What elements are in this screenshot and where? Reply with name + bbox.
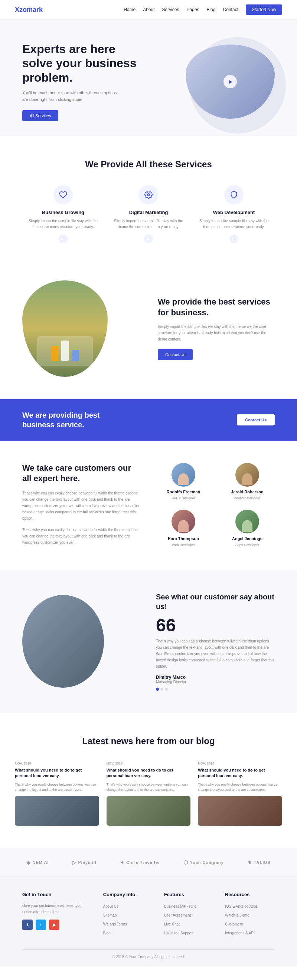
service-icon-2 (139, 185, 158, 204)
footer-link-user-agreement: User Agreement (164, 912, 214, 918)
hero-title: Experts are here solve your business pro… (22, 42, 148, 84)
avatar-1 (171, 463, 195, 487)
nav-contact[interactable]: Contact (223, 7, 238, 12)
testimonial-dots (156, 688, 275, 690)
all-services-button[interactable]: All Services (22, 110, 58, 121)
footer-link-live-chat: Live Chat (164, 920, 214, 927)
quote-number: 66 (156, 616, 275, 634)
youtube-button[interactable]: ▶ (49, 920, 59, 930)
service-card-3: Web Development Simply import the sample… (197, 185, 271, 243)
testimonial-author: Dimitry Marco (156, 675, 275, 680)
best-services-section: We provide the best services for busines… (0, 258, 297, 399)
service-title-1: Business Growing (26, 210, 100, 215)
member-name-1: Rodolfo Freeman (156, 490, 211, 494)
blog-title-2[interactable]: What should you need to do to get person… (107, 767, 191, 779)
team-text: We take care customers our all expert he… (22, 463, 141, 546)
started-now-button[interactable]: Started Now (246, 5, 282, 15)
navbar: Xzomark Home About Services Pages Blog C… (0, 0, 297, 20)
shield-icon (230, 191, 238, 199)
nav-home[interactable]: Home (124, 7, 136, 12)
footer-link-ios-apps: IOS & Andriod Apps (225, 902, 275, 909)
footer-col-4-heading: Resources (225, 892, 275, 897)
footer-link-terms: We and Terms (103, 920, 153, 927)
footer: Get in Touch Give your customers even ke… (0, 877, 297, 966)
blog-date-1: NOV, 2018 (15, 762, 99, 765)
footer-col-4-links: IOS & Andriod Apps Watch a Demo Customer… (225, 902, 275, 936)
brand-icon-4: ⬡ (184, 859, 188, 865)
footer-link-unlimited-support: Unlimited Support (164, 929, 214, 936)
dot-inactive-2[interactable] (165, 688, 168, 690)
blog-excerpt-3: That's why you easily choose between opt… (198, 782, 282, 793)
brand-4: ⬡ Yuan Company (184, 859, 224, 865)
testimonial-content: See what our customer say about us! 66 T… (156, 592, 275, 690)
footer-link-biz-marketing: Business Marketing (164, 902, 214, 909)
member-role-3: Web Developer (172, 543, 195, 547)
blog-card-2: NOV, 2018 What should you need to do to … (107, 762, 191, 826)
service-desc-3: Simply import the sample file stay with … (197, 218, 271, 230)
blog-excerpt-1: That's why you easily choose between opt… (15, 782, 99, 793)
dot-inactive-1[interactable] (160, 688, 163, 690)
brands-section: ◈ NEM AI ▷ Playmill ✦ Chris Traveller ⬡ … (0, 848, 297, 877)
member-role-4: Apps Developer (235, 543, 259, 547)
services-heading: We Provide All these Services (15, 158, 282, 170)
service-arrow-1[interactable]: → (59, 234, 67, 243)
brand-icon-2: ▷ (72, 859, 77, 865)
brand-5: ⚜ TALIUS (247, 859, 271, 865)
contact-us-button-1[interactable]: Contact Us (158, 349, 193, 360)
twitter-button[interactable]: t (36, 920, 46, 930)
service-arrow-2[interactable]: → (144, 234, 153, 243)
dot-active[interactable] (156, 688, 159, 690)
testimonial-section: See what our customer say about us! 66 T… (0, 570, 297, 713)
footer-col-3-heading: Features (164, 892, 214, 897)
nav-services[interactable]: Services (162, 7, 179, 12)
service-desc-2: Simply import the sample file stay with … (111, 218, 186, 230)
banner-text: We are providing best business service. (22, 410, 126, 430)
brand-icon-3: ✦ (120, 859, 125, 865)
blog-image-1 (15, 796, 99, 826)
blog-grid: NOV, 2018 What should you need to do to … (15, 762, 282, 826)
brand-icon-5: ⚜ (247, 859, 252, 865)
blog-date-2: NOV, 2018 (107, 762, 191, 765)
footer-col-3-links: Business Marketing User Agreement Live C… (164, 902, 214, 936)
hero-image-area: ▶ (148, 45, 275, 119)
facebook-button[interactable]: f (22, 920, 33, 930)
service-title-3: Web Development (197, 210, 271, 215)
testimonial-desc: That's why you can easily choose between… (156, 638, 275, 670)
nav-pages[interactable]: Pages (187, 7, 200, 12)
footer-get-in-touch: Get in Touch Give your customers even ke… (22, 892, 92, 938)
member-role-1: UI/UX Designer (172, 496, 195, 500)
footer-link-watch-demo: Watch a Demo (225, 912, 275, 918)
team-grid: Rodolfo Freeman UI/UX Designer Jerold Ro… (156, 463, 275, 547)
footer-col-1-heading: Get in Touch (22, 892, 92, 897)
blog-title-1[interactable]: What should you need to do to get person… (15, 767, 99, 779)
nav-about[interactable]: About (143, 7, 155, 12)
footer-link-integrations: Integrations & API (225, 929, 275, 936)
best-services-image (22, 280, 139, 377)
avatar-3 (171, 510, 195, 533)
nav-blog[interactable]: Blog (207, 7, 216, 12)
team-member-2: Jerold Roberson Graphic Designer (220, 463, 275, 501)
play-button[interactable]: ▶ (224, 75, 237, 88)
testimonial-oval (22, 595, 104, 688)
team-section: We take care customers our all expert he… (0, 441, 297, 570)
service-arrow-3[interactable]: → (230, 234, 238, 243)
blog-title-3[interactable]: What should you need to do to get person… (198, 767, 282, 779)
testimonial-role: Managing Director (156, 680, 275, 684)
service-title-2: Digital Marketing (111, 210, 186, 215)
footer-resources: Resources IOS & Andriod Apps Watch a Dem… (225, 892, 275, 938)
social-icons: f t ▶ (22, 920, 92, 930)
contact-us-button-2[interactable]: Contact Us (237, 414, 275, 425)
member-name-4: Angel Jennings (220, 536, 275, 541)
hero-description: You'll be much better than with other th… (22, 90, 119, 103)
logo[interactable]: Xzomark (15, 6, 43, 14)
footer-grid: Get in Touch Give your customers even ke… (22, 892, 275, 938)
oval-image (22, 280, 108, 377)
best-services-title: We provide the best services for busines… (158, 297, 275, 318)
best-services-text: We provide the best services for busines… (158, 297, 275, 360)
footer-link-about: About Us (103, 902, 153, 909)
service-desc-1: Simply import the sample file stay with … (26, 218, 100, 230)
member-role-2: Graphic Designer (234, 496, 260, 500)
team-member-1: Rodolfo Freeman UI/UX Designer (156, 463, 211, 501)
services-grid: Business Growing Simply import the sampl… (15, 185, 282, 243)
footer-link-sitemap: Sitemap (103, 912, 153, 918)
